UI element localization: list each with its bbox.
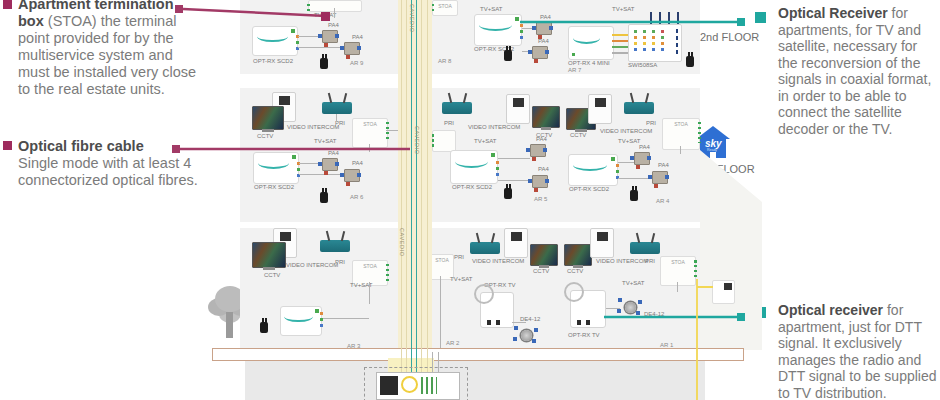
apartment-unit-ar5: PRI CCTV VIDEO INTERCOM TV+SAT OPT-RX SC…	[430, 88, 560, 222]
apartment-unit-ar2: STOA PRI VIDEO INTERCOM CCTV TV+SAT OPT-…	[430, 228, 560, 358]
de4-12-splitter	[620, 298, 642, 316]
wire	[618, 178, 652, 179]
power-adapter-icon	[504, 50, 512, 61]
tv-sat-label: TV+SAT	[480, 6, 502, 12]
coax-ports	[520, 24, 523, 27]
optical-receiver-tv	[480, 292, 514, 328]
stoa-box: STOA	[352, 118, 388, 148]
callout-optical-receiver-dtt: Optical receiver for apartment, just for…	[778, 302, 940, 400]
teal-connector-square	[737, 18, 745, 26]
device-label: DE4-12	[644, 311, 664, 317]
tv-sat-label: TV+SAT	[622, 280, 644, 286]
cctv-label: CCTV	[264, 272, 280, 278]
cctv-monitor	[252, 242, 286, 268]
pri-label: PRI	[444, 120, 454, 126]
optical-receiver-scd2	[253, 152, 299, 184]
pa4-splitter	[344, 169, 360, 182]
wire-yellow	[612, 34, 628, 36]
shaft-label: CAVEDIO	[409, 4, 415, 33]
pa4-label: PA4	[536, 136, 547, 142]
device-label: OPT-RX TV	[568, 332, 600, 338]
riser-cable	[401, 0, 402, 374]
multiswitch-swi508sa	[628, 24, 682, 62]
optical-receiver-scd2	[474, 14, 522, 46]
apartment-unit-ar7: TV+SAT OPT-RX 4 MINI AR 7 SWI508SA	[560, 0, 700, 74]
video-intercom-label: VIDEO INTERCOM	[596, 258, 648, 264]
wire-green	[612, 46, 628, 48]
wire	[512, 322, 526, 323]
optical-receiver-multi-output	[280, 306, 322, 336]
callout-body: (STOA) the terminal point provided for b…	[18, 13, 196, 97]
cctv-label: CCTV	[567, 268, 583, 274]
optical-receiver-scd2	[252, 26, 298, 56]
apartment-unit-ar6: CCTV VIDEO INTERCOM PRI STOA TV+SAT OPT-…	[240, 88, 398, 222]
optical-distribution-box	[376, 372, 460, 400]
building-side-wall	[700, 150, 762, 350]
tv-sat-label: TV+SAT	[618, 138, 640, 144]
video-intercom-label: VIDEO INTERCOM	[287, 124, 339, 130]
wire	[606, 308, 620, 309]
callout-optical-fibre-cable: Optical fibre cableSingle mode with at l…	[18, 138, 199, 189]
power-adapter-icon	[320, 192, 328, 203]
stoa-box: STOA	[662, 118, 700, 150]
apartment-label: AR 8	[438, 58, 451, 64]
cctv-label: CCTV	[570, 132, 586, 138]
apartment-unit-ar1: CCTV VIDEO INTERCOM PRI STOA TV+SAT DE4-…	[560, 228, 700, 358]
tv-sat-label: TV+SAT	[474, 138, 496, 144]
maroon-bullet-icon	[3, 141, 12, 150]
teal-bullet-icon	[755, 12, 766, 23]
wire	[369, 144, 370, 152]
shaft-label: CAVEDIO	[414, 126, 420, 155]
wifi-router	[442, 102, 472, 114]
apartment-label: AR 6	[350, 194, 363, 200]
pa4-label: PA4	[639, 144, 650, 150]
video-intercom-label: VIDEO INTERCOM	[600, 128, 652, 134]
pa4-label: PA4	[538, 38, 549, 44]
apartment-label: AR 5	[534, 196, 547, 202]
apartment-unit-ar4: CCTV VIDEO INTERCOM PRI STOA TV+SAT OPT-…	[560, 88, 700, 222]
coax-risers	[650, 12, 686, 24]
cctv-monitor	[530, 244, 558, 266]
optical-receiver-tv	[570, 290, 606, 328]
riser-cable	[406, 0, 407, 374]
wifi-router	[630, 242, 660, 254]
device-label: OPT-RX SCD2	[452, 184, 492, 190]
pa4-label: PA4	[328, 150, 339, 156]
device-label: OPT-RX SCD2	[253, 58, 293, 64]
callout-title: Optical Receiver	[778, 5, 888, 21]
wire-gray	[612, 52, 628, 54]
wire	[618, 162, 634, 163]
stoa-box	[308, 0, 362, 12]
odf-dark-module	[380, 376, 398, 395]
callout-title: Optical receiver	[778, 302, 883, 318]
device-label: OPT-RX SCD2	[569, 186, 609, 192]
cable-shaft: CAVEDIO CAVEDIO CAVEDIO	[398, 0, 432, 374]
optical-receiver-4-mini	[568, 26, 614, 60]
callout-optical-receiver-sat: Optical Receiver for apartments, for TV …	[778, 5, 936, 137]
apartment-label: AR 7	[568, 67, 581, 73]
video-intercom-label: VIDEO INTERCOM	[472, 258, 524, 264]
coax-ports	[616, 164, 619, 167]
wire	[440, 276, 441, 358]
tv-sat-label: TV+SAT	[314, 138, 336, 144]
stoa-box: STOA	[432, 0, 458, 16]
pa4-splitter	[322, 158, 338, 171]
pri-label: PRI	[645, 258, 655, 264]
power-adapter-icon	[630, 190, 638, 201]
wire	[336, 114, 337, 122]
callout-body: for apartments, for TV and satellite, ne…	[778, 5, 931, 137]
wire	[386, 130, 398, 131]
tree-trunk	[226, 312, 233, 338]
pa4-label: PA4	[540, 14, 551, 20]
stoa-box: STOA	[660, 256, 696, 286]
device-label: OPT-RX SCD2	[254, 184, 294, 190]
pa4-label: PA4	[538, 166, 549, 172]
de4-12-splitter	[516, 326, 538, 344]
basement-area	[245, 361, 705, 400]
power-adapter-icon	[320, 58, 328, 69]
pa4-label: PA4	[658, 162, 669, 168]
pri-label: PRI	[454, 254, 464, 260]
wire	[498, 158, 530, 159]
pa4-splitter	[532, 46, 548, 59]
wire	[498, 180, 532, 181]
